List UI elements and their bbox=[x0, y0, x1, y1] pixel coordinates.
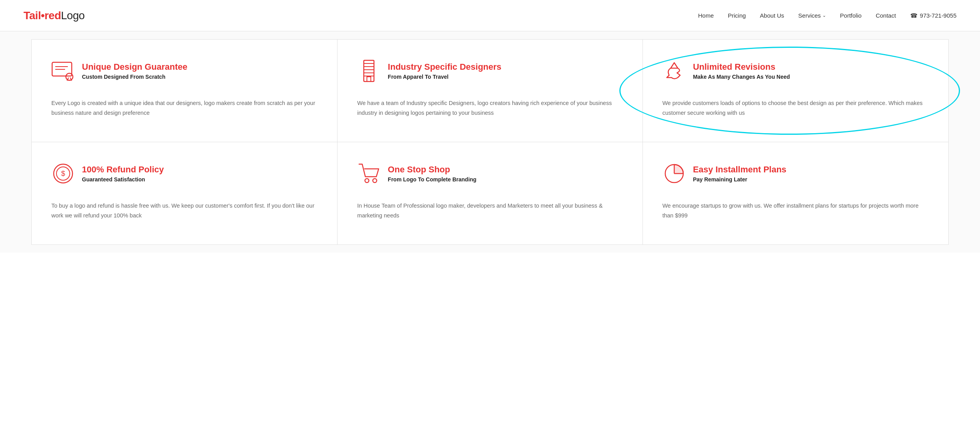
feature-subtitle: Make As Many Changes As You Need bbox=[693, 74, 790, 80]
feature-header: Easy Installment Plans Pay Remaining Lat… bbox=[662, 162, 929, 185]
svg-point-16 bbox=[365, 179, 369, 183]
feature-subtitle: Custom Designed From Scratch bbox=[82, 74, 187, 80]
dollar-shield-icon: $ bbox=[51, 162, 75, 185]
feature-header: Unlimited Revisions Make As Many Changes… bbox=[662, 59, 929, 83]
building-icon bbox=[357, 59, 381, 83]
feature-refund-policy: $ 100% Refund Policy Guaranteed Satisfac… bbox=[32, 142, 337, 244]
svg-text:$: $ bbox=[61, 170, 65, 177]
feature-title: One Stop Shop bbox=[388, 165, 476, 175]
feature-installment-plans: Easy Installment Plans Pay Remaining Lat… bbox=[643, 142, 948, 244]
feature-subtitle: Guaranteed Satisfaction bbox=[82, 176, 164, 183]
certificate-icon bbox=[51, 59, 75, 83]
recycle-icon bbox=[662, 59, 686, 83]
svg-rect-12 bbox=[367, 77, 371, 81]
logo-text: Logo bbox=[61, 9, 85, 22]
feature-desc: We encourage startups to grow with us. W… bbox=[662, 201, 929, 221]
nav-portfolio[interactable]: Portfolio bbox=[840, 12, 862, 19]
feature-one-stop-shop: One Stop Shop From Logo To Complete Bran… bbox=[337, 142, 642, 244]
feature-desc: We have a team of Industry specific Desi… bbox=[357, 98, 622, 118]
nav-phone[interactable]: ☎ 973-721-9055 bbox=[910, 12, 956, 19]
features-grid: Unique Design Guarantee Custom Designed … bbox=[31, 39, 949, 245]
feature-header: One Stop Shop From Logo To Complete Bran… bbox=[357, 162, 622, 185]
site-header: Tail•redLogo Home Pricing About Us Servi… bbox=[0, 0, 980, 31]
cart-icon bbox=[357, 162, 381, 185]
svg-point-3 bbox=[66, 73, 73, 80]
feature-title: Industry Specific Designers bbox=[388, 62, 501, 72]
nav-services[interactable]: Services ⌄ bbox=[798, 12, 826, 19]
feature-title: 100% Refund Policy bbox=[82, 165, 164, 175]
feature-header: $ 100% Refund Policy Guaranteed Satisfac… bbox=[51, 162, 318, 185]
feature-desc: In House Team of Professional logo maker… bbox=[357, 201, 622, 221]
nav-pricing[interactable]: Pricing bbox=[728, 12, 746, 19]
feature-header: Unique Design Guarantee Custom Designed … bbox=[51, 59, 318, 83]
feature-desc: Every Logo is created with a unique idea… bbox=[51, 98, 318, 118]
feature-unlimited-revisions: Unlimited Revisions Make As Many Changes… bbox=[643, 40, 948, 142]
main-content: Unique Design Guarantee Custom Designed … bbox=[0, 31, 980, 253]
feature-desc: To buy a logo and refund is hassle free … bbox=[51, 201, 318, 221]
feature-desc: We provide customers loads of options to… bbox=[662, 98, 929, 118]
logo-tail: Tail bbox=[24, 9, 41, 22]
nav-home[interactable]: Home bbox=[698, 12, 714, 19]
site-logo: Tail•redLogo bbox=[24, 9, 85, 22]
feature-title: Unique Design Guarantee bbox=[82, 62, 187, 72]
feature-industry-specific: Industry Specific Designers From Apparel… bbox=[337, 40, 642, 142]
feature-subtitle: From Apparel To Travel bbox=[388, 74, 501, 80]
nav-about-us[interactable]: About Us bbox=[760, 12, 784, 19]
nav-contact[interactable]: Contact bbox=[876, 12, 896, 19]
feature-subtitle: From Logo To Complete Branding bbox=[388, 176, 476, 183]
logo-red: red bbox=[44, 9, 61, 22]
chevron-down-icon: ⌄ bbox=[822, 13, 826, 18]
feature-title: Unlimited Revisions bbox=[693, 62, 790, 72]
feature-unique-design: Unique Design Guarantee Custom Designed … bbox=[32, 40, 337, 142]
phone-icon: ☎ bbox=[910, 12, 918, 19]
feature-subtitle: Pay Remaining Later bbox=[693, 176, 786, 183]
main-nav: Home Pricing About Us Services ⌄ Portfol… bbox=[698, 12, 956, 19]
feature-title: Easy Installment Plans bbox=[693, 165, 786, 175]
pie-chart-icon bbox=[662, 162, 686, 185]
feature-header: Industry Specific Designers From Apparel… bbox=[357, 59, 622, 83]
svg-point-17 bbox=[373, 179, 377, 183]
